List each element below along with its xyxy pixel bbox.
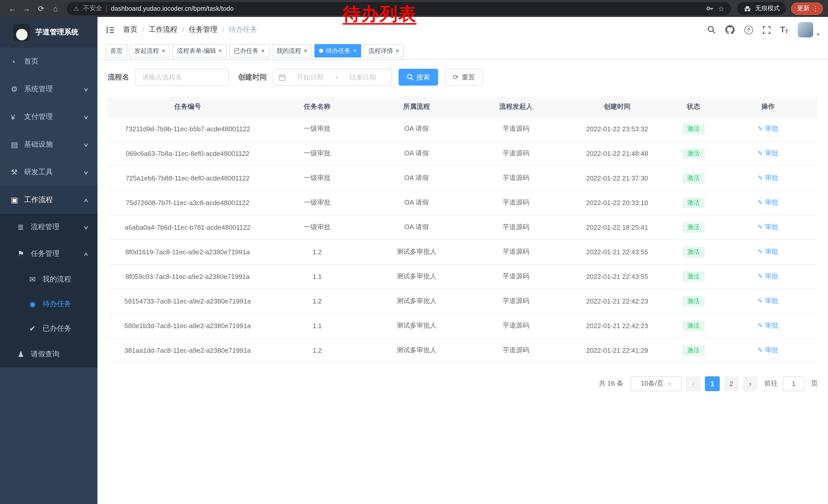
bookmark-star-icon[interactable]: ☆	[718, 4, 724, 12]
goto-label: 前往	[764, 379, 778, 388]
avatar[interactable]	[798, 22, 813, 37]
password-key-icon[interactable]	[706, 5, 714, 12]
sidebar-item-my-processes[interactable]: ✉ 我的流程	[0, 267, 97, 292]
close-icon[interactable]: ×	[162, 48, 165, 54]
close-icon[interactable]: ×	[304, 48, 307, 54]
approve-link[interactable]: ✎ 审批	[758, 321, 778, 330]
process-name-input[interactable]	[135, 69, 229, 86]
page-1-button[interactable]: 1	[705, 376, 720, 391]
browser-update-button[interactable]: 更新 ⋮	[791, 2, 823, 15]
page-size-select[interactable]: 10条/页 ∨	[630, 376, 682, 391]
browser-home-button[interactable]: ⌂	[48, 1, 63, 16]
tab-label: 首页	[110, 46, 123, 55]
sidebar-item-system-management[interactable]: ⚙ 系统管理 ∨	[0, 75, 97, 103]
gear-icon: ⚙	[11, 85, 24, 94]
tab-todo-tasks[interactable]: 待办任务 ×	[315, 44, 361, 57]
approve-link[interactable]: ✎ 审批	[758, 124, 778, 133]
sidebar-item-todo-tasks[interactable]: ◉ 待办任务	[0, 292, 97, 316]
tab-label: 流程表单-编辑	[177, 46, 216, 55]
message-icon: ✉	[29, 275, 43, 284]
initiator-cell: 芋道源码	[466, 190, 566, 215]
table-row: 75d72608-7b7f-11ec-a3c8-acde48001122 一级审…	[108, 190, 818, 215]
close-icon[interactable]: ×	[261, 48, 265, 54]
next-page-button[interactable]: ›	[743, 376, 758, 391]
tab-my-processes[interactable]: 我的流程 ×	[272, 44, 312, 57]
task-id-cell: 8f059c03-7ac8-11ec-a9e2-a2380e71991a	[108, 264, 267, 289]
page-unit-label: 页	[811, 379, 818, 388]
sidebar-item-label: 待办任务	[43, 300, 71, 309]
close-icon[interactable]: ×	[353, 48, 357, 54]
reset-button[interactable]: ⟳ 重置	[445, 69, 483, 86]
sidebar-item-workflow[interactable]: ▣ 工作流程 ∧	[0, 186, 97, 214]
task-name-cell: 1.2	[267, 239, 367, 264]
approve-link[interactable]: ✎ 审批	[758, 198, 778, 207]
page-content: 流程名 创建时间 开始日期 - 结束日期	[97, 59, 828, 504]
prev-page-button[interactable]: ‹	[686, 376, 701, 391]
flag-icon: ⚑	[17, 249, 31, 259]
page-2-button[interactable]: 2	[724, 376, 739, 391]
chevron-down-icon: ∨	[83, 114, 89, 120]
top-bar: 首页 / 工作流程 / 任务管理 / 待办任务 ?	[97, 17, 828, 43]
avatar-caret-icon[interactable]: ▾	[817, 32, 819, 37]
approve-link[interactable]: ✎ 审批	[758, 223, 778, 232]
create-time-cell: 2022-01-22 21:48:48	[566, 141, 668, 166]
approve-link[interactable]: ✎ 审批	[758, 247, 778, 256]
github-icon[interactable]	[725, 25, 734, 34]
sidebar-item-payment-management[interactable]: ¥ 支付管理 ∨	[0, 103, 97, 131]
tab-process-detail[interactable]: 流程详情 ×	[364, 44, 404, 57]
browser-reload-button[interactable]: ⟳	[34, 1, 48, 16]
browser-menu-icon[interactable]: ⋮	[812, 5, 819, 12]
sidebar-item-task-management[interactable]: ⚑ 任务管理 ∧	[0, 240, 97, 267]
start-date-placeholder: 开始日期	[287, 73, 334, 82]
calendar-icon	[279, 74, 286, 81]
font-size-icon[interactable]: TT	[780, 25, 788, 34]
breadcrumb-workflow[interactable]: 工作流程	[149, 25, 177, 34]
browser-back-button[interactable]: ←	[5, 1, 19, 16]
approve-link[interactable]: ✎ 审批	[758, 346, 778, 355]
sidebar-item-leave-query[interactable]: ♟ 请假查询	[0, 341, 97, 368]
process-cell: OA 请假	[367, 190, 466, 215]
task-id-cell: 8f0d1619-7ac8-11ec-a9e2-a2380e71991a	[108, 239, 267, 264]
search-icon[interactable]	[707, 26, 715, 34]
search-icon	[407, 74, 413, 81]
approve-link-label: 审批	[765, 149, 778, 158]
page-size-value: 10条/页	[641, 379, 663, 388]
sidebar-item-home[interactable]: ◔ 首页	[0, 48, 97, 75]
chevron-down-icon: ∨	[667, 381, 672, 386]
approve-link[interactable]: ✎ 审批	[758, 296, 778, 306]
goto-page-input[interactable]	[783, 376, 804, 391]
fullscreen-icon[interactable]	[762, 26, 770, 34]
sidebar-item-process-management[interactable]: ≣ 流程管理 ∨	[0, 214, 97, 240]
help-icon[interactable]: ?	[744, 26, 753, 34]
search-button-label: 搜索	[417, 73, 430, 82]
tab-start-process[interactable]: 发起流程 ×	[130, 44, 170, 57]
browser-forward-button[interactable]: →	[19, 1, 34, 16]
incognito-label: 无痕模式	[755, 4, 780, 13]
tab-home[interactable]: 首页	[106, 44, 127, 57]
approve-link[interactable]: ✎ 审批	[758, 149, 778, 158]
status-cell: 激活	[669, 215, 718, 239]
sidebar-toggle-icon[interactable]	[106, 26, 115, 34]
breadcrumb-home[interactable]: 首页	[123, 25, 137, 34]
table-row: 725a1eb6-7b88-11ec-8ef0-acde48001122 一级审…	[108, 166, 818, 190]
date-range-picker[interactable]: 开始日期 - 结束日期	[273, 69, 392, 86]
sidebar-item-label: 研发工具	[24, 168, 53, 177]
create-time-cell: 2022-01-21 22:41:29	[566, 338, 668, 363]
sidebar-item-rd-tools[interactable]: ⚒ 研发工具 ∨	[0, 158, 97, 186]
approve-link[interactable]: ✎ 审批	[758, 272, 778, 281]
pagination: 共 16 条 10条/页 ∨ ‹ 1 2 › 前往 页	[108, 376, 818, 391]
close-icon[interactable]: ×	[218, 48, 222, 54]
edit-icon: ✎	[758, 297, 763, 305]
tab-done-tasks[interactable]: 已办任务 ×	[229, 44, 269, 57]
breadcrumb-separator: /	[142, 26, 144, 34]
approve-link[interactable]: ✎ 审批	[758, 173, 778, 183]
sidebar-item-done-tasks[interactable]: ✔ 已办任务	[0, 316, 97, 341]
close-icon[interactable]: ×	[396, 48, 399, 54]
search-button[interactable]: 搜索	[399, 69, 438, 86]
col-process: 所属流程	[367, 97, 466, 117]
approve-link-label: 审批	[765, 198, 778, 207]
breadcrumb-task-management[interactable]: 任务管理	[189, 25, 217, 34]
tab-process-form-edit[interactable]: 流程表单-编辑 ×	[172, 44, 227, 57]
actions-cell: ✎ 审批	[718, 215, 818, 239]
sidebar-item-infrastructure[interactable]: ▤ 基础设施 ∨	[0, 131, 97, 158]
